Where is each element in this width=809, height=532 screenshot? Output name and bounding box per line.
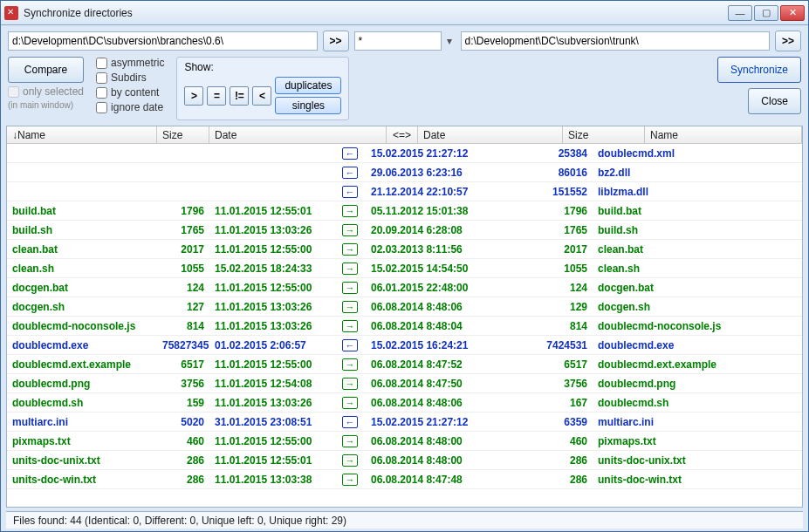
close-button[interactable]: Close	[748, 88, 801, 114]
cell-direction[interactable]: →	[334, 378, 366, 390]
header-direction[interactable]: <=>	[387, 126, 418, 143]
table-row[interactable]: doublecmd-noconsole.js81411.01.2015 13:0…	[7, 317, 802, 336]
cell-date-left: 31.01.2015 23:08:51	[209, 416, 334, 428]
show-label: Show:	[184, 61, 341, 73]
show-neq-button[interactable]: !=	[230, 86, 249, 106]
right-path-input[interactable]	[461, 31, 771, 51]
arrow-right-icon: →	[342, 378, 358, 390]
filter-input[interactable]	[354, 31, 442, 51]
header-date-left[interactable]: Date	[209, 126, 387, 143]
table-row[interactable]: doublecmd.sh15911.01.2015 13:03:26→06.08…	[7, 393, 802, 413]
cell-direction[interactable]: →	[334, 397, 366, 409]
arrow-left-icon: ←	[342, 416, 358, 428]
cell-name-right: docgen.bat	[593, 282, 802, 294]
close-window-button[interactable]: ✕	[780, 5, 805, 21]
maximize-button[interactable]: ▢	[754, 5, 778, 21]
left-path-input[interactable]	[8, 31, 318, 51]
table-row[interactable]: ←15.02.2015 21:27:1225384doublecmd.xml	[7, 144, 802, 163]
arrow-right-icon: →	[342, 358, 358, 371]
cell-date-left: 11.01.2015 13:03:26	[209, 397, 334, 409]
cell-direction[interactable]: →	[334, 301, 366, 313]
cell-direction[interactable]: →	[334, 358, 366, 371]
table-row[interactable]: clean.sh105515.02.2015 18:24:33→15.02.20…	[7, 259, 802, 278]
show-singles-button[interactable]: singles	[275, 97, 341, 114]
cell-direction[interactable]: ←	[334, 186, 366, 198]
cell-direction[interactable]: →	[334, 435, 366, 447]
show-eq-button[interactable]: =	[207, 86, 226, 106]
header-date-right[interactable]: Date	[418, 126, 563, 143]
cell-date-right: 06.08.2014 8:48:06	[366, 301, 511, 313]
left-go-button[interactable]: >>	[323, 31, 349, 51]
right-go-button[interactable]: >>	[775, 31, 801, 51]
cell-name-left: docgen.bat	[7, 282, 157, 294]
table-row[interactable]: ←29.06.2013 6:23:1686016bz2.dll	[7, 163, 802, 182]
cell-date-left: 11.01.2015 12:55:00	[209, 282, 334, 294]
asymmetric-label: asymmetric	[111, 57, 164, 69]
cell-size-right: 1055	[511, 263, 593, 275]
header-name-right[interactable]: Name	[645, 126, 802, 143]
ignore-date-label: ignore date	[111, 101, 163, 113]
table-row[interactable]: units-doc-win.txt28611.01.2015 13:03:38→…	[7, 470, 802, 489]
cell-direction[interactable]: →	[334, 205, 366, 217]
header-size-right[interactable]: Size	[563, 126, 645, 143]
table-row[interactable]: multiarc.ini502031.01.2015 23:08:51←15.0…	[7, 413, 802, 432]
cell-direction[interactable]: ←	[334, 339, 366, 351]
cell-direction[interactable]: →	[334, 282, 366, 294]
table-row[interactable]: pixmaps.txt46011.01.2015 12:55:00→06.08.…	[7, 432, 802, 451]
table-row[interactable]: docgen.sh12711.01.2015 13:03:26→06.08.20…	[7, 297, 802, 317]
ignore-date-checkbox[interactable]: ignore date	[96, 101, 164, 113]
cell-direction[interactable]: →	[334, 320, 366, 332]
header-name-left[interactable]: ↓Name	[7, 126, 157, 143]
by-content-checkbox[interactable]: by content	[96, 86, 164, 99]
cell-size-left: 286	[157, 454, 209, 467]
show-lt-button[interactable]: <	[252, 86, 271, 106]
cell-direction[interactable]: →	[334, 263, 366, 275]
cell-date-left: 11.01.2015 13:03:38	[209, 474, 334, 486]
cell-direction[interactable]: ←	[334, 147, 366, 160]
only-selected-checkbox[interactable]: only selected	[8, 85, 84, 98]
cell-size-right: 3756	[511, 378, 593, 390]
cell-direction[interactable]: →	[334, 243, 366, 256]
show-duplicates-button[interactable]: duplicates	[275, 77, 341, 94]
subdirs-checkbox[interactable]: Subdirs	[96, 72, 164, 84]
cell-date-left: 01.02.2015 2:06:57	[209, 339, 334, 351]
cell-size-left: 75827345	[157, 339, 209, 351]
table-row[interactable]: doublecmd.exe7582734501.02.2015 2:06:57←…	[7, 336, 802, 355]
cell-date-right: 21.12.2014 22:10:57	[366, 186, 511, 198]
minimize-button[interactable]: —	[728, 5, 752, 21]
cell-size-right: 460	[511, 435, 593, 447]
show-gt-button[interactable]: >	[184, 86, 203, 106]
cell-date-left: 15.02.2015 18:24:33	[209, 263, 334, 275]
table-row[interactable]: doublecmd.ext.example651711.01.2015 12:5…	[7, 355, 802, 374]
only-selected-note: (in main window)	[8, 100, 84, 110]
grid-body[interactable]: ←15.02.2015 21:27:1225384doublecmd.xml←2…	[7, 144, 802, 507]
cell-size-right: 1796	[511, 205, 593, 217]
cell-direction[interactable]: ←	[334, 416, 366, 428]
header-size-left[interactable]: Size	[157, 126, 209, 143]
table-row[interactable]: clean.bat201711.01.2015 12:55:00→02.03.2…	[7, 240, 802, 259]
asymmetric-checkbox[interactable]: asymmetric	[96, 57, 164, 69]
cell-direction[interactable]: ←	[334, 167, 366, 179]
table-row[interactable]: ←21.12.2014 22:10:57151552liblzma.dll	[7, 182, 802, 201]
synchronize-button[interactable]: Synchronize	[717, 57, 801, 83]
table-row[interactable]: units-doc-unix.txt28611.01.2015 12:55:01…	[7, 451, 802, 470]
cell-date-right: 06.08.2014 8:47:48	[366, 474, 511, 486]
table-row[interactable]: build.sh176511.01.2015 13:03:26→20.09.20…	[7, 221, 802, 240]
table-row[interactable]: build.bat179611.01.2015 12:55:01→05.11.2…	[7, 201, 802, 221]
table-row[interactable]: docgen.bat12411.01.2015 12:55:00→06.01.2…	[7, 278, 802, 297]
cell-size-left: 1765	[157, 224, 209, 236]
cell-direction[interactable]: →	[334, 474, 366, 486]
cell-direction[interactable]: →	[334, 224, 366, 236]
table-row[interactable]: doublecmd.png375611.01.2015 12:54:08→06.…	[7, 374, 802, 393]
cell-size-right: 129	[511, 301, 593, 313]
arrow-right-icon: →	[342, 282, 358, 294]
cell-date-right: 06.08.2014 8:47:50	[366, 378, 511, 390]
dropdown-icon[interactable]: ▾	[447, 35, 456, 47]
cell-name-right: bz2.dll	[593, 167, 802, 179]
cell-date-left: 11.01.2015 12:55:01	[209, 454, 334, 467]
compare-button[interactable]: Compare	[8, 57, 84, 83]
cell-size-right: 124	[511, 282, 593, 294]
cell-direction[interactable]: →	[334, 454, 366, 467]
cell-date-left: 11.01.2015 13:03:26	[209, 301, 334, 313]
arrow-right-icon: →	[342, 263, 358, 275]
